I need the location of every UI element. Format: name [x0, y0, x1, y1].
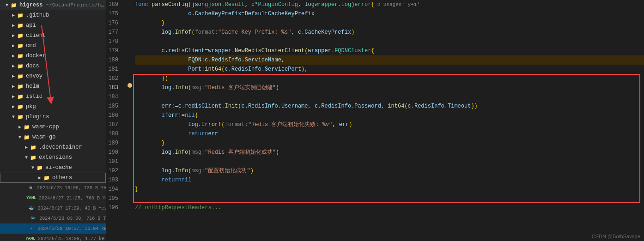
root-folder-icon: 📁: [10, 1, 18, 9]
wasm-cpp-folder-icon: 📁: [23, 123, 30, 131]
ln-194: 194: [106, 185, 122, 194]
code-line-189-func: func parseConfig(json gjson.Result, c *P…: [135, 0, 644, 9]
tree-item-main-go[interactable]: ⚡ main.go 2024/6/28 10:57, 16.04 kB Mome…: [0, 223, 106, 234]
tree-root[interactable]: ▼ 📁 higress ~/GolandProjects/higress: [0, 0, 106, 10]
main-go-meta: 2024/6/28 10:57, 16.04 kB Moments ago: [37, 226, 106, 231]
client-arrow: ▶: [10, 33, 17, 38]
ln-193: 193: [106, 175, 122, 185]
tree-item-plugins[interactable]: ▼ 📁 plugins: [0, 112, 106, 122]
code-container: 189 175 176 177 178 179 180 181 182 183 …: [106, 0, 644, 241]
tree-item-client[interactable]: ▶ 📁 client: [0, 30, 106, 41]
tree-item-go-mod[interactable]: Go go.mod 2024/6/28 03:00, 716 B Today 0…: [0, 213, 106, 223]
tree-item-option-yaml[interactable]: YAML option.yaml 2024/6/25 18:08, 1.77 k…: [0, 234, 106, 241]
tree-item-docker[interactable]: ▶ 📁 docker: [0, 51, 106, 61]
ai-cache-label: ai-cache: [45, 164, 106, 171]
ln-182: 182: [106, 74, 122, 83]
docs-label: docs: [26, 63, 106, 69]
ln-181: 181: [106, 65, 122, 74]
tree-item-github[interactable]: ▶ 📁 .github: [0, 10, 106, 20]
code-line-182: }): [135, 74, 644, 83]
tree-item-helm[interactable]: ▶ 📁 helm: [0, 81, 106, 91]
helm-arrow: ▶: [10, 84, 17, 89]
docker-folder-icon: 📁: [17, 52, 24, 60]
pkg-folder-icon: 📁: [17, 103, 24, 110]
code-line-191: [135, 157, 644, 166]
tree-item-ai-cache[interactable]: ▼ 📁 ai-cache: [0, 163, 106, 173]
option-yaml-meta: 2024/6/25 18:08, 1.77 kB Yesterday 16:22: [38, 236, 106, 241]
dockerfile-meta: 2024/6/27 17:29, 40 B Yesterday 22:15: [37, 206, 106, 211]
tree-item-dockerfile[interactable]: 🐳 Dockerfile 2024/6/27 17:29, 40 B Yeste…: [0, 203, 106, 213]
go-mod-icon: Go: [30, 215, 36, 222]
tree-item-envoy[interactable]: ▶ 📁 envoy: [0, 71, 106, 81]
istio-folder-icon: 📁: [17, 93, 24, 100]
wasm-go-arrow: ▼: [17, 135, 23, 140]
istio-label: istio: [26, 93, 106, 100]
envoy-label: envoy: [26, 73, 106, 79]
ln-196: 196: [106, 203, 122, 212]
usages-badge: 2 usages: [377, 0, 402, 9]
tree-item-config-yaml[interactable]: YAML config.yaml 2024/6/27 21:25, 760 B …: [0, 193, 106, 203]
line-numbers: 189 175 176 177 178 179 180 181 182 183 …: [106, 0, 126, 241]
api-arrow: ▶: [10, 23, 17, 28]
cmd-label: cmd: [26, 42, 106, 49]
tree-item-cmd[interactable]: ▶ 📁 cmd: [0, 41, 106, 51]
ln-180: 180: [106, 55, 122, 65]
wasm-cpp-label: wasm-cpp: [32, 124, 106, 130]
ai-cache-arrow: ▼: [30, 165, 36, 170]
devcontainer-folder-icon: 📁: [30, 144, 37, 151]
ln-186: 186: [106, 111, 122, 120]
tree-item-api[interactable]: ▶ 📁 api: [0, 20, 106, 30]
dockerfile-icon: 🐳: [29, 205, 34, 212]
tree-item-others[interactable]: ▶ 📁 others: [0, 173, 106, 183]
breakpoint-dot: [127, 83, 132, 90]
ln-178: 178: [106, 37, 122, 46]
code-line-177: log.Infof( format: "Cache Key Prefix: %s…: [135, 28, 644, 37]
tree-item-wasm-cpp[interactable]: ▶ 📁 wasm-cpp: [0, 122, 106, 132]
root-arrow: ▼: [4, 3, 10, 8]
plugins-arrow: ▼: [10, 114, 17, 120]
config-yaml-icon: YAML: [28, 194, 35, 202]
tree-item-istio[interactable]: ▶ 📁 istio: [0, 91, 106, 102]
ln-192: 192: [106, 166, 122, 175]
devcontainer-label: .devcontainer: [39, 144, 106, 151]
docs-arrow: ▶: [10, 63, 17, 69]
code-line-181: Port: int64(c.RedisInfo.ServicePort),: [135, 65, 644, 74]
code-line-189b: }: [135, 139, 644, 148]
tree-item-devcontainer[interactable]: ▶ 📁 .devcontainer: [0, 142, 106, 152]
docker-arrow: ▶: [10, 53, 17, 59]
code-line-194: }: [135, 185, 644, 194]
tree-item-docs[interactable]: ▶ 📁 docs: [0, 61, 106, 71]
code-line-196: // onHttpRequestHeaders...: [135, 203, 644, 212]
cmd-arrow: ▶: [10, 43, 17, 48]
envoy-folder-icon: 📁: [17, 72, 24, 80]
istio-arrow: ▶: [10, 94, 17, 99]
code-line-186: if err != nil {: [135, 111, 644, 120]
github-arrow: ▶: [10, 12, 17, 18]
plugins-folder-icon: 📁: [17, 113, 24, 120]
ln-177: 177: [106, 28, 122, 37]
tree-item-extensions[interactable]: ▼ 📁 extensions: [0, 152, 106, 163]
ln-187: 187: [106, 120, 122, 129]
code-line-188: return err: [135, 129, 644, 139]
docs-folder-icon: 📁: [17, 62, 24, 70]
code-line-195: [135, 194, 644, 203]
cmd-folder-icon: 📁: [17, 42, 24, 49]
code-line-190: log.Info( msg: "Redis 客户端初始化成功"): [135, 148, 644, 157]
client-label: client: [26, 32, 106, 39]
github-folder-icon: 📁: [17, 12, 24, 19]
tree-item-gitignore[interactable]: ⚙ .gitignore 2024/6/25 18:08, 135 B Yest…: [0, 183, 106, 193]
envoy-arrow: ▶: [10, 73, 17, 79]
others-label: others: [52, 175, 105, 181]
code-content[interactable]: func parseConfig(json gjson.Result, c *P…: [133, 0, 644, 241]
code-line-179: c.redisClient = wrapper.NewRedisClusterC…: [135, 46, 644, 55]
tree-item-wasm-go[interactable]: ▼ 📁 wasm-go: [0, 132, 106, 142]
code-line-185: err := c.redisClient.Init(c.RedisInfo.Us…: [135, 102, 644, 111]
config-yaml-meta: 2024/6/27 21:25, 760 B Yesterday 22:15: [39, 196, 106, 201]
code-editor: 189 175 176 177 178 179 180 181 182 183 …: [106, 0, 644, 241]
ln-188: 188: [106, 129, 122, 139]
main-go-icon: ⚡: [29, 225, 34, 232]
ln-195: 195: [106, 194, 122, 203]
tree-item-pkg[interactable]: ▶ 📁 pkg: [0, 102, 106, 112]
file-tree: ▼ 📁 higress ~/GolandProjects/higress ▶ 📁…: [0, 0, 106, 241]
code-line-180: FQDN: c.RedisInfo.ServiceName,: [135, 55, 644, 65]
